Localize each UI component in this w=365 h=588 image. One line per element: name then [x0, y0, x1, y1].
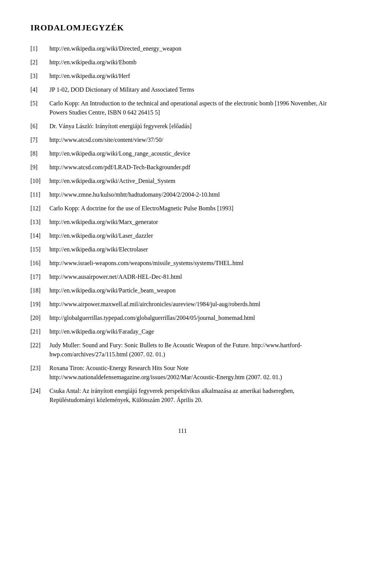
ref-number: [1]: [30, 44, 49, 53]
ref-number: [19]: [30, 300, 49, 309]
list-item: [21]http://en.wikipedia.org/wiki/Faraday…: [30, 327, 335, 336]
ref-content: Roxana Tiron: Acoustic-Energy Research H…: [49, 364, 335, 382]
ref-content: http://www.ausairpower.net/AADR-HEL-Dec-…: [49, 272, 335, 281]
list-item: [7]http://www.atcsd.com/site/content/vie…: [30, 135, 335, 145]
ref-number: [22]: [30, 341, 49, 359]
ref-content: Carlo Kopp: An Introduction to the techn…: [49, 99, 335, 117]
list-item: [15]http://en.wikipedia.org/wiki/Electro…: [30, 245, 335, 254]
list-item: [11]http://www.zmne.hu/kulso/mhtt/hadtud…: [30, 190, 335, 199]
ref-content: Carlo Kopp: A doctrine for the use of El…: [49, 204, 335, 213]
ref-content: Csuka Antal: Az irányított energiájú feg…: [49, 386, 335, 405]
ref-number: [5]: [30, 99, 49, 117]
list-item: [16]http://www.israeli-weapons.com/weapo…: [30, 259, 335, 268]
ref-content: http://en.wikipedia.org/wiki/Long_range_…: [49, 149, 335, 158]
ref-content: JP 1-02, DOD Dictionary of Military and …: [49, 85, 335, 94]
ref-number: [7]: [30, 135, 49, 145]
list-item: [22]Judy Muller: Sound and Fury: Sonic B…: [30, 341, 335, 359]
list-item: [1]http://en.wikipedia.org/wiki/Directed…: [30, 44, 335, 53]
list-item: [23]Roxana Tiron: Acoustic-Energy Resear…: [30, 364, 335, 382]
list-item: [2]http://en.wikipedia.org/wiki/Ebomb: [30, 58, 335, 67]
ref-number: [2]: [30, 58, 49, 67]
ref-number: [8]: [30, 149, 49, 158]
ref-number: [12]: [30, 204, 49, 213]
ref-number: [3]: [30, 72, 49, 81]
ref-content: http://www.airpower.maxwell.af.mil/airch…: [49, 300, 335, 309]
list-item: [14]http://en.wikipedia.org/wiki/Laser_d…: [30, 231, 335, 240]
ref-content: http://globalguerrillas.typepad.com/glob…: [49, 313, 335, 323]
ref-content: http://en.wikipedia.org/wiki/Electrolase…: [49, 245, 335, 254]
list-item: [18]http://en.wikipedia.org/wiki/Particl…: [30, 286, 335, 295]
list-item: [13]http://en.wikipedia.org/wiki/Marx_ge…: [30, 218, 335, 227]
ref-number: [11]: [30, 190, 49, 199]
ref-content: http://en.wikipedia.org/wiki/Faraday_Cag…: [49, 327, 335, 336]
ref-content: http://www.atcsd.com/site/content/view/3…: [49, 135, 335, 145]
list-item: [12]Carlo Kopp: A doctrine for the use o…: [30, 204, 335, 213]
ref-number: [21]: [30, 327, 49, 336]
list-item: [8]http://en.wikipedia.org/wiki/Long_ran…: [30, 149, 335, 158]
ref-number: [10]: [30, 176, 49, 186]
list-item: [19]http://www.airpower.maxwell.af.mil/a…: [30, 300, 335, 309]
ref-content: http://en.wikipedia.org/wiki/Active_Deni…: [49, 176, 335, 186]
list-item: [9]http://www.atcsd.com/pdf/LRAD-Tech-Ba…: [30, 163, 335, 172]
list-item: [20]http://globalguerrillas.typepad.com/…: [30, 313, 335, 323]
list-item: [17]http://www.ausairpower.net/AADR-HEL-…: [30, 272, 335, 281]
ref-content: http://www.atcsd.com/pdf/LRAD-Tech-Backg…: [49, 163, 335, 172]
ref-number: [24]: [30, 386, 49, 405]
ref-content: http://en.wikipedia.org/wiki/Marx_genera…: [49, 218, 335, 227]
ref-content: http://en.wikipedia.org/wiki/Ebomb: [49, 58, 335, 67]
ref-number: [18]: [30, 286, 49, 295]
ref-number: [13]: [30, 218, 49, 227]
list-item: [10]http://en.wikipedia.org/wiki/Active_…: [30, 176, 335, 186]
list-item: [6]Dr. Ványa László: Irányított energiáj…: [30, 122, 335, 131]
ref-content: http://en.wikipedia.org/wiki/Laser_dazzl…: [49, 231, 335, 240]
ref-content: Judy Muller: Sound and Fury: Sonic Bulle…: [49, 341, 335, 359]
ref-number: [15]: [30, 245, 49, 254]
ref-content: http://www.israeli-weapons.com/weapons/m…: [49, 259, 335, 268]
list-item: [3]http://en.wikipedia.org/wiki/Herf: [30, 72, 335, 81]
list-item: [24]Csuka Antal: Az irányított energiájú…: [30, 386, 335, 405]
ref-content: Dr. Ványa László: Irányított energiájú f…: [49, 122, 335, 131]
page-number: 111: [30, 427, 335, 434]
ref-content: http://en.wikipedia.org/wiki/Herf: [49, 72, 335, 81]
ref-content: http://en.wikipedia.org/wiki/Directed_en…: [49, 44, 335, 53]
ref-number: [20]: [30, 313, 49, 323]
ref-number: [9]: [30, 163, 49, 172]
ref-number: [14]: [30, 231, 49, 240]
list-item: [5]Carlo Kopp: An Introduction to the te…: [30, 99, 335, 117]
ref-number: [6]: [30, 122, 49, 131]
ref-content: http://en.wikipedia.org/wiki/Particle_be…: [49, 286, 335, 295]
ref-number: [4]: [30, 85, 49, 94]
list-item: [4]JP 1-02, DOD Dictionary of Military a…: [30, 85, 335, 94]
ref-number: [23]: [30, 364, 49, 382]
ref-number: [16]: [30, 259, 49, 268]
ref-content: http://www.zmne.hu/kulso/mhtt/hadtudoman…: [49, 190, 335, 199]
reference-list: [1]http://en.wikipedia.org/wiki/Directed…: [30, 44, 335, 405]
ref-number: [17]: [30, 272, 49, 281]
page-title: IRODALOMJEGYZÉK: [30, 23, 335, 33]
